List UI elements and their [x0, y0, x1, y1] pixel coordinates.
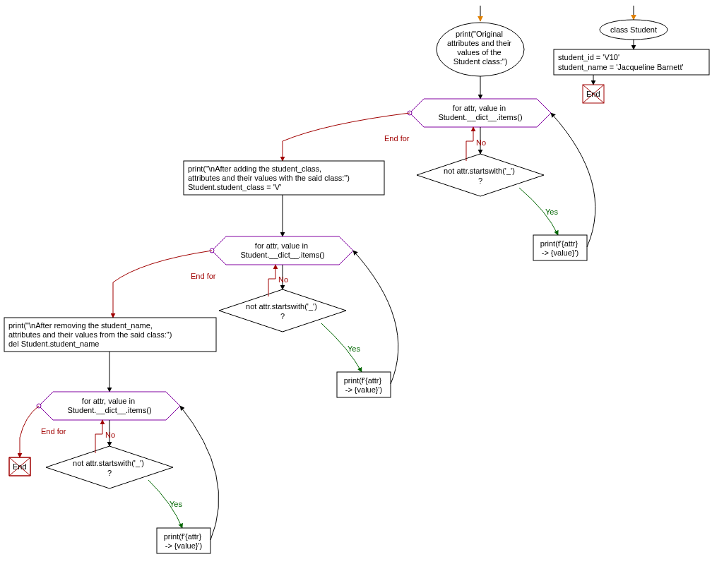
edge-print1-loopback — [551, 113, 595, 247]
edge-print3-loopback — [180, 406, 219, 540]
svg-text:End for: End for — [384, 134, 410, 143]
svg-text:End for: End for — [191, 272, 216, 280]
cond1-diamond — [417, 154, 544, 196]
svg-text:Yes: Yes — [348, 344, 360, 353]
end-node-side: End — [583, 85, 604, 103]
svg-text:No: No — [105, 431, 115, 439]
svg-text:No: No — [278, 275, 288, 284]
edge-cond2-no — [268, 265, 275, 296]
edge-print2-loopback — [353, 251, 398, 384]
edge-loop3-endfor — [20, 406, 39, 457]
cond3-diamond — [46, 446, 173, 488]
edge-cond1-no — [466, 127, 473, 161]
svg-text:Yes: Yes — [170, 500, 182, 508]
svg-text:End: End — [586, 90, 600, 98]
cond2-diamond — [219, 289, 346, 332]
svg-text:class Student: class Student — [610, 25, 657, 34]
svg-text:End: End — [13, 462, 27, 471]
edge-cond3-no — [95, 420, 102, 453]
svg-text:print(f'{attr}
    -> {value}': print(f'{attr} -> {value}') — [540, 239, 581, 257]
svg-text:Yes: Yes — [545, 208, 558, 216]
svg-text:No: No — [476, 138, 486, 147]
end-node-main: End — [9, 457, 30, 476]
svg-text:print(f'{attr}
    -> {value}': print(f'{attr} -> {value}') — [344, 376, 384, 394]
svg-text:End for: End for — [41, 427, 66, 436]
edge-loop2-endfor — [113, 251, 212, 318]
flowchart: print("Original attributes and their val… — [0, 0, 712, 588]
svg-text:print(f'{attr}
    -> {value}': print(f'{attr} -> {value}') — [164, 532, 204, 550]
